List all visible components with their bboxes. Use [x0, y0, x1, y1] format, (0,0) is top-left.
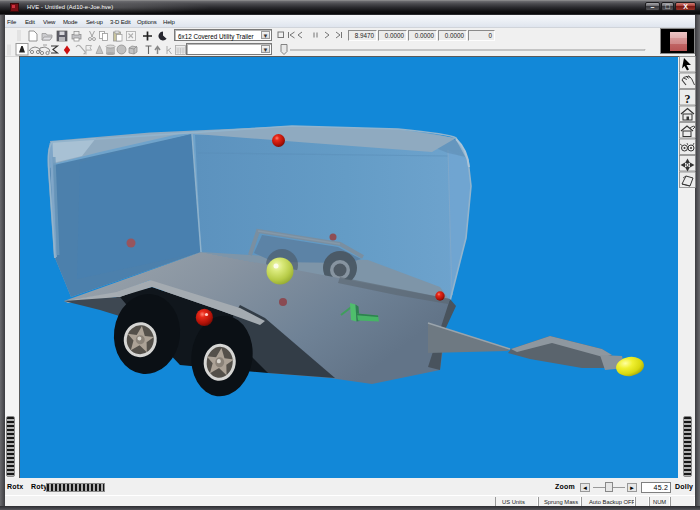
svg-text:?: ?: [685, 92, 691, 106]
